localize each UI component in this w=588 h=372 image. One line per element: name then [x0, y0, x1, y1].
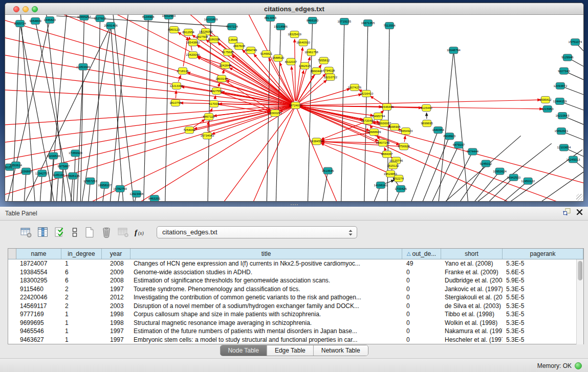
graph-node[interactable]: 16245013 — [567, 156, 580, 163]
graph-edge[interactable] — [300, 100, 541, 105]
select-all-icon[interactable] — [53, 226, 67, 239]
graph-node[interactable]: 16958107 — [98, 182, 112, 188]
graph-edge[interactable] — [251, 105, 295, 201]
graph-node[interactable]: 12450122 — [521, 178, 535, 184]
graph-node[interactable]: 3215953 — [541, 105, 554, 112]
graph-edge[interactable] — [221, 105, 295, 201]
table-row[interactable]: 946362711997Embryonic stem cells: a mode… — [8, 336, 583, 344]
graph-node[interactable]: 20691406 — [104, 23, 118, 29]
graph-edge[interactable] — [111, 15, 128, 201]
column-header-year[interactable]: year — [102, 249, 130, 259]
graph-node[interactable]: 8960123 — [168, 27, 180, 33]
graph-node[interactable]: 10688609 — [367, 129, 381, 136]
column-header-short[interactable]: short — [441, 249, 503, 259]
delete-table-icon[interactable] — [117, 226, 130, 239]
graph-node[interactable]: 8134904 — [142, 15, 155, 20]
graph-node[interactable]: 11546469 — [380, 103, 394, 110]
table-row[interactable]: 911546021997Tourette syndrome. Phenomeno… — [8, 285, 583, 294]
graph-node[interactable]: 16033809 — [204, 16, 218, 23]
graph-node[interactable]: 1588520 — [272, 55, 285, 61]
graph-node[interactable]: 7955812 — [318, 57, 330, 64]
graph-node[interactable]: 7513554 — [383, 23, 396, 29]
graph-edge[interactable] — [296, 105, 583, 185]
graph-edge[interactable] — [5, 105, 296, 180]
graph-node[interactable]: 16734943 — [201, 133, 214, 139]
graph-node[interactable]: 1350614 — [10, 162, 22, 168]
graph-node[interactable]: 9699695 — [421, 120, 433, 127]
graph-node[interactable]: 17359928 — [69, 150, 82, 157]
graph-edge[interactable] — [193, 119, 205, 127]
graph-node[interactable]: 9474444 — [467, 148, 479, 155]
graph-node[interactable]: 16782759 — [113, 185, 127, 192]
graph-node[interactable]: 16210722 — [323, 74, 337, 80]
new-file-icon[interactable] — [83, 226, 96, 239]
graph-node[interactable]: 1513545 — [322, 167, 334, 174]
graph-node[interactable]: 18325419 — [288, 31, 301, 38]
graph-node[interactable]: 8463201 — [148, 195, 161, 201]
graph-edge[interactable] — [24, 171, 26, 201]
graph-node[interactable]: 9129946 — [561, 54, 574, 61]
graph-node[interactable]: 1640954 — [432, 127, 445, 134]
graph-node[interactable]: 8912954 — [182, 29, 194, 36]
graph-node[interactable]: 8867110 — [203, 114, 215, 120]
graph-edge[interactable] — [219, 83, 220, 86]
graph-node[interactable]: 1362615 — [299, 62, 311, 69]
graph-node[interactable]: 19218986 — [274, 24, 288, 30]
graph-node[interactable]: 16640910 — [296, 39, 310, 46]
graph-edge[interactable] — [458, 164, 486, 201]
graph-edge[interactable] — [165, 16, 169, 201]
function-builder-icon[interactable]: f (x) — [134, 226, 147, 239]
close-panel-icon[interactable] — [576, 207, 583, 221]
scrollbar-thumb[interactable] — [578, 261, 582, 280]
graph-edge[interactable] — [471, 171, 499, 201]
graph-node[interactable]: 19654923 — [399, 128, 413, 135]
graph-node[interactable]: 1595812 — [539, 96, 552, 103]
graph-node[interactable]: 12342757 — [35, 170, 49, 177]
graph-node[interactable]: 2718126 — [177, 68, 189, 74]
graph-node[interactable]: 9115460 — [421, 104, 433, 111]
graph-edge[interactable] — [359, 90, 362, 92]
graph-edge[interactable] — [299, 80, 327, 102]
graph-node[interactable]: 1810754 — [169, 99, 182, 106]
graph-edge[interactable] — [210, 108, 212, 112]
graph-node[interactable]: 6794028 — [323, 67, 335, 74]
graph-node[interactable]: 1346823 — [44, 17, 56, 24]
column-header-in_degree[interactable]: in_degree — [61, 249, 102, 259]
close-traffic-light-icon[interactable] — [13, 6, 19, 12]
graph-node[interactable]: 9827508 — [196, 34, 208, 40]
graph-node[interactable]: 8322037 — [285, 58, 297, 65]
graph-edge[interactable] — [296, 105, 570, 201]
graph-node[interactable]: 9242848 — [219, 62, 231, 69]
window-titlebar[interactable]: citations_edges.txt — [5, 3, 583, 15]
graph-node[interactable]: 7857224 — [226, 24, 238, 30]
graph-edge[interactable] — [410, 130, 438, 201]
graph-edge[interactable] — [364, 23, 368, 201]
graph-edge[interactable] — [370, 96, 383, 104]
minimize-traffic-light-icon[interactable] — [23, 6, 29, 12]
graph-node[interactable]: 9227343 — [558, 68, 570, 74]
graph-edge[interactable] — [296, 105, 339, 201]
graph-node[interactable]: 8938923 — [444, 133, 456, 140]
graph-edge[interactable] — [144, 17, 148, 201]
column-header-name[interactable]: name — [16, 249, 61, 259]
column-header-title[interactable]: title — [130, 249, 402, 259]
column-header-out_de...[interactable]: △out_de... — [402, 249, 441, 259]
network-canvas[interactable]: 1872400789601238912954182260589827508818… — [5, 15, 583, 201]
graph-edge[interactable] — [295, 39, 296, 101]
graph-node[interactable]: 9756928 — [398, 143, 410, 150]
column-header-pagerank[interactable]: pagerank — [503, 249, 583, 259]
graph-node[interactable]: 6479197 — [453, 142, 465, 148]
float-panel-icon[interactable] — [563, 207, 571, 221]
table-row[interactable]: 946554611997Estimation of the future num… — [8, 327, 583, 336]
zoom-traffic-light-icon[interactable] — [32, 6, 38, 12]
graph-node[interactable]: 12093872 — [554, 82, 568, 89]
network-graph[interactable]: 1872400789601238912954182260589827508818… — [5, 15, 583, 201]
resize-grip-icon[interactable] — [576, 194, 583, 201]
show-columns-icon[interactable] — [36, 226, 50, 239]
graph-node[interactable]: 8466160 — [307, 17, 319, 24]
graph-node[interactable]: 1615132 — [387, 162, 399, 169]
graph-node[interactable]: 13546 — [229, 37, 238, 43]
graph-edge[interactable] — [300, 94, 362, 104]
graph-edge[interactable] — [385, 180, 394, 184]
graph-edge[interactable] — [71, 176, 73, 201]
